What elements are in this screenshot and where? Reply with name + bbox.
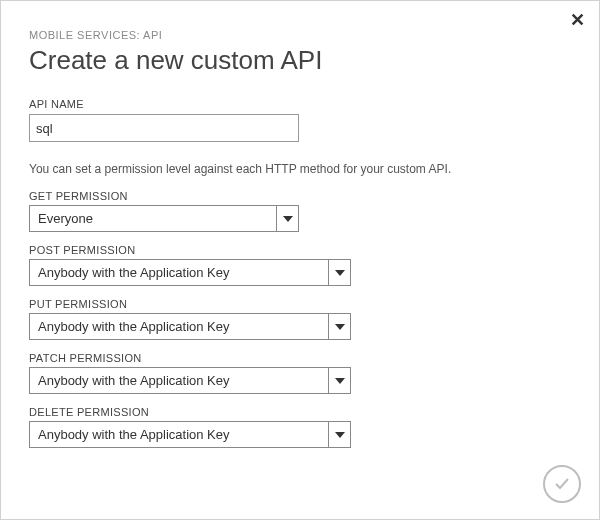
patch-permission-select[interactable]: Anybody with the Application Key — [29, 367, 351, 394]
delete-permission-row: DELETE PERMISSION Anybody with the Appli… — [29, 406, 575, 448]
chevron-down-icon — [328, 260, 350, 285]
chevron-down-icon — [328, 422, 350, 447]
check-icon — [552, 474, 572, 494]
content: MOBILE SERVICES: API Create a new custom… — [1, 1, 599, 448]
put-permission-value: Anybody with the Application Key — [30, 314, 350, 340]
close-icon[interactable]: ✕ — [570, 11, 585, 29]
post-permission-row: POST PERMISSION Anybody with the Applica… — [29, 244, 575, 286]
get-permission-select[interactable]: Everyone — [29, 205, 299, 232]
put-permission-row: PUT PERMISSION Anybody with the Applicat… — [29, 298, 575, 340]
page-title: Create a new custom API — [29, 45, 575, 76]
chevron-down-icon — [328, 314, 350, 339]
put-permission-label: PUT PERMISSION — [29, 298, 575, 310]
delete-permission-label: DELETE PERMISSION — [29, 406, 575, 418]
patch-permission-value: Anybody with the Application Key — [30, 368, 350, 394]
post-permission-value: Anybody with the Application Key — [30, 260, 350, 286]
api-name-label: API NAME — [29, 98, 575, 110]
delete-permission-value: Anybody with the Application Key — [30, 422, 350, 448]
help-text: You can set a permission level against e… — [29, 162, 575, 176]
chevron-down-icon — [328, 368, 350, 393]
put-permission-select[interactable]: Anybody with the Application Key — [29, 313, 351, 340]
delete-permission-select[interactable]: Anybody with the Application Key — [29, 421, 351, 448]
dialog: ✕ MOBILE SERVICES: API Create a new cust… — [0, 0, 600, 520]
get-permission-row: GET PERMISSION Everyone — [29, 190, 575, 232]
patch-permission-row: PATCH PERMISSION Anybody with the Applic… — [29, 352, 575, 394]
get-permission-value: Everyone — [30, 206, 298, 232]
confirm-button[interactable] — [543, 465, 581, 503]
patch-permission-label: PATCH PERMISSION — [29, 352, 575, 364]
get-permission-label: GET PERMISSION — [29, 190, 575, 202]
post-permission-select[interactable]: Anybody with the Application Key — [29, 259, 351, 286]
api-name-input[interactable] — [29, 114, 299, 142]
breadcrumb: MOBILE SERVICES: API — [29, 29, 575, 41]
chevron-down-icon — [276, 206, 298, 231]
post-permission-label: POST PERMISSION — [29, 244, 575, 256]
